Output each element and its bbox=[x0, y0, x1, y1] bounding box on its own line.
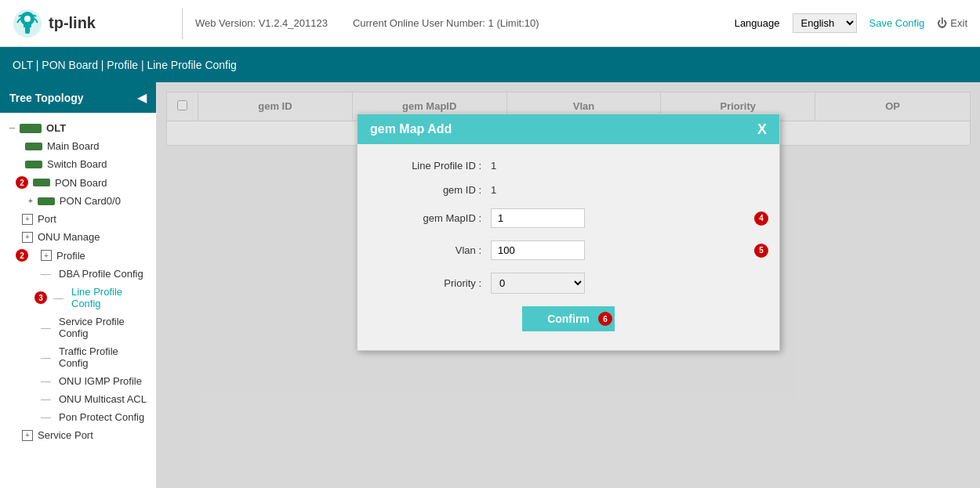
pon-protect-label: Pon Protect Config bbox=[59, 411, 144, 423]
logo-icon bbox=[13, 9, 42, 38]
language-select[interactable]: English Chinese bbox=[793, 13, 857, 33]
step-badge-4: 4 bbox=[754, 211, 768, 226]
sidebar-item-onu-multicast[interactable]: — ONU Multicast ACL bbox=[0, 390, 156, 408]
sidebar-header: Tree Topology ◀ bbox=[0, 82, 156, 113]
line-profile-id-label: Line Profile ID : bbox=[389, 160, 491, 172]
traffic-dash: — bbox=[41, 352, 51, 363]
logo-area: tp-link bbox=[13, 9, 169, 38]
dba-profile-label: DBA Profile Config bbox=[59, 268, 143, 280]
sidebar-item-service-profile[interactable]: — Service Profile Config bbox=[0, 313, 156, 342]
online-users: Current Online User Number: 1 (Limit:10) bbox=[353, 17, 539, 29]
sidebar: Tree Topology ◀ ─ OLT Main Board Switch … bbox=[0, 82, 157, 488]
svg-point-1 bbox=[24, 16, 31, 22]
gem-id-value: 1 bbox=[491, 184, 496, 196]
sidebar-item-dba-profile[interactable]: — DBA Profile Config bbox=[0, 265, 156, 283]
step-badge-2: 2 bbox=[16, 176, 28, 189]
onu-igmp-label: ONU IGMP Profile bbox=[59, 375, 142, 387]
language-label: Language bbox=[735, 17, 780, 29]
main-layout: Tree Topology ◀ ─ OLT Main Board Switch … bbox=[0, 82, 980, 488]
igmp-dash: — bbox=[41, 375, 51, 387]
header-right: Language English Chinese Save Config ⏻ E… bbox=[735, 13, 967, 33]
sidebar-title: Tree Topology bbox=[9, 92, 84, 104]
dba-dash: — bbox=[41, 268, 51, 280]
sidebar-item-pon-card[interactable]: + PON Card0/0 bbox=[0, 192, 156, 210]
power-icon: ⏻ bbox=[937, 17, 947, 29]
sidebar-item-traffic-profile[interactable]: — Traffic Profile Config bbox=[0, 342, 156, 372]
sidebar-item-onu-igmp[interactable]: — ONU IGMP Profile bbox=[0, 372, 156, 390]
pon-board-icon bbox=[33, 179, 50, 186]
port-expand-icon: + bbox=[22, 214, 33, 225]
header-info: Web Version: V1.2.4_201123 Current Onlin… bbox=[195, 17, 735, 29]
gem-map-add-modal: gem Map Add X Line Profile ID : 1 gem ID… bbox=[357, 114, 780, 351]
olt-label: OLT bbox=[46, 122, 66, 134]
gem-id-label: gem ID : bbox=[389, 184, 491, 196]
priority-row: Priority : 0 1 2 3 4 5 6 7 bbox=[389, 273, 748, 294]
traffic-profile-label: Traffic Profile Config bbox=[59, 345, 150, 369]
web-version: Web Version: V1.2.4_201123 bbox=[195, 17, 328, 29]
modal-close-button[interactable]: X bbox=[757, 122, 767, 136]
sidebar-item-profile[interactable]: 2 + Profile bbox=[0, 246, 156, 265]
vlan-label: Vlan : bbox=[389, 244, 491, 256]
gem-mapid-input[interactable] bbox=[491, 208, 585, 228]
service-dash: — bbox=[41, 322, 51, 334]
gem-mapid-row: gem MapID : 4 bbox=[389, 208, 748, 228]
service-profile-label: Service Profile Config bbox=[59, 316, 150, 339]
sidebar-item-olt[interactable]: ─ OLT bbox=[0, 119, 156, 137]
sidebar-item-service-port[interactable]: + Service Port bbox=[0, 426, 156, 444]
gem-mapid-label: gem MapID : bbox=[389, 212, 491, 224]
switch-board-label: Switch Board bbox=[47, 158, 107, 170]
sidebar-item-pon-protect[interactable]: — Pon Protect Config bbox=[0, 408, 156, 426]
port-label: Port bbox=[38, 213, 56, 225]
sidebar-item-line-profile[interactable]: 3 — Line Profile Config bbox=[0, 283, 156, 313]
modal-body: Line Profile ID : 1 gem ID : 1 gem MapID… bbox=[358, 144, 779, 350]
profile-expand-icon: + bbox=[41, 250, 52, 261]
line-profile-label: Line Profile Config bbox=[71, 286, 150, 309]
onu-manage-expand-icon: + bbox=[22, 232, 33, 243]
pon-board-label: PON Board bbox=[55, 177, 107, 189]
onu-manage-label: ONU Manage bbox=[38, 231, 100, 243]
sidebar-tree: ─ OLT Main Board Switch Board 2 PON Boar… bbox=[0, 113, 156, 450]
service-port-expand-icon: + bbox=[22, 430, 33, 441]
priority-label: Priority : bbox=[389, 277, 491, 289]
sidebar-item-port[interactable]: + Port bbox=[0, 210, 156, 228]
step-badge-3: 3 bbox=[34, 291, 47, 304]
sidebar-collapse-button[interactable]: ◀ bbox=[137, 90, 147, 105]
step-badge-profile: 2 bbox=[16, 249, 28, 262]
pon-card-icon bbox=[38, 197, 55, 205]
onu-multicast-label: ONU Multicast ACL bbox=[59, 393, 147, 405]
modal-overlay: gem Map Add X Line Profile ID : 1 gem ID… bbox=[157, 82, 980, 488]
sidebar-item-main-board[interactable]: Main Board bbox=[0, 137, 156, 155]
sidebar-item-pon-board[interactable]: 2 PON Board bbox=[0, 173, 156, 192]
logo-text: tp-link bbox=[49, 14, 96, 32]
multicast-dash: — bbox=[41, 393, 51, 405]
header: tp-link Web Version: V1.2.4_201123 Curre… bbox=[0, 0, 980, 47]
gem-id-row: gem ID : 1 bbox=[389, 184, 748, 196]
priority-select[interactable]: 0 1 2 3 4 5 6 7 bbox=[491, 273, 585, 294]
exit-label: Exit bbox=[950, 17, 967, 29]
line-profile-row: Line Profile ID : 1 bbox=[389, 160, 748, 172]
protect-dash: — bbox=[41, 411, 51, 423]
vlan-row: Vlan : 5 bbox=[389, 240, 748, 260]
line-profile-id-value: 1 bbox=[491, 160, 496, 172]
plus-icon: + bbox=[28, 197, 33, 205]
main-board-icon bbox=[25, 143, 42, 150]
step-badge-5: 5 bbox=[754, 244, 768, 258]
switch-board-icon bbox=[25, 161, 42, 168]
nav-bar: OLT | PON Board | Profile | Line Profile… bbox=[0, 47, 980, 82]
confirm-row: Confirm 6 bbox=[389, 306, 748, 331]
profile-label: Profile bbox=[56, 250, 85, 262]
sidebar-item-onu-manage[interactable]: + ONU Manage bbox=[0, 228, 156, 246]
sidebar-item-switch-board[interactable]: Switch Board bbox=[0, 155, 156, 173]
step-badge-6: 6 bbox=[598, 312, 612, 326]
service-port-label: Service Port bbox=[38, 429, 93, 441]
modal-title-bar: gem Map Add X bbox=[358, 114, 779, 144]
vlan-input[interactable] bbox=[491, 240, 585, 260]
olt-device-icon bbox=[20, 124, 42, 133]
exit-button[interactable]: ⏻ Exit bbox=[937, 17, 967, 29]
modal-title: gem Map Add bbox=[370, 122, 452, 136]
line-dash: — bbox=[53, 292, 64, 304]
pon-card-label: PON Card0/0 bbox=[60, 195, 121, 207]
save-config-button[interactable]: Save Config bbox=[869, 17, 925, 29]
main-board-label: Main Board bbox=[47, 140, 99, 152]
breadcrumb: OLT | PON Board | Profile | Line Profile… bbox=[13, 59, 237, 71]
